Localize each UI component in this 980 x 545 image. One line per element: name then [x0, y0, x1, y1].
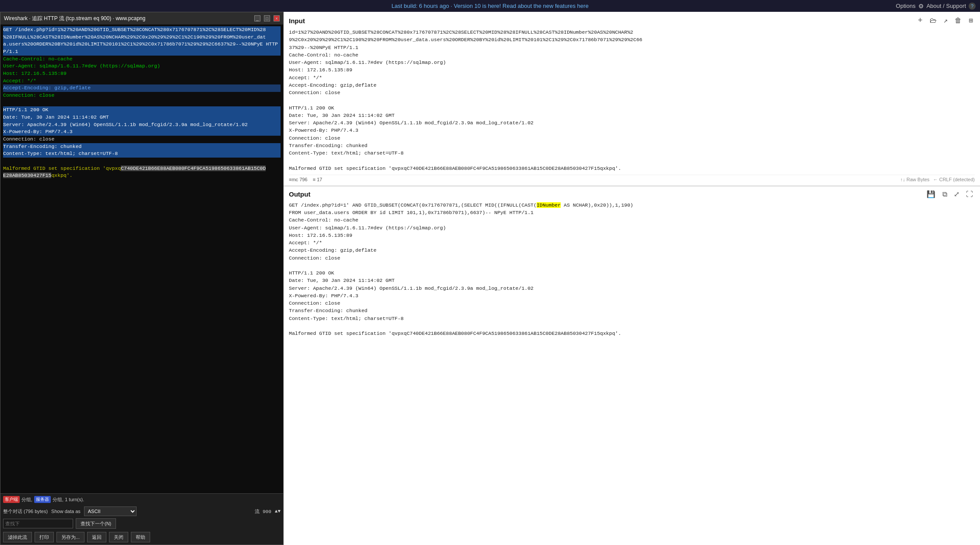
output-line: HTTP/1.1 200 OK	[289, 269, 975, 277]
output-line: FROM user_data.users ORDER BY id LIMIT 1…	[289, 209, 975, 216]
input-line: id=1%27%20AND%20GTID_SUBSET%28CONCAT%280…	[289, 28, 975, 36]
output-line: Accept: */*	[289, 239, 975, 246]
add-icon[interactable]: +	[916, 15, 924, 26]
top-banner-right: Options ⚙ About / Support ?	[896, 3, 976, 10]
folder-icon[interactable]: 🗁	[928, 16, 938, 26]
packet-line: Connection: close	[3, 136, 281, 143]
input-line: Accept: */*	[289, 74, 975, 81]
back-button[interactable]: 返回	[87, 532, 106, 542]
packet-line: GET /index.php?id=1%27%20AND%20GTID_SUBS…	[3, 26, 281, 34]
stream-number-label: 流 900	[255, 508, 271, 515]
packet-line: Accept: */*	[3, 77, 281, 85]
print-button[interactable]: 打印	[35, 532, 54, 542]
maximize-button[interactable]: □	[264, 15, 270, 21]
input-line: Host: 172.16.5.135:89	[289, 66, 975, 74]
packet-line: a.users%20ORDER%20BY%20id%20LIMIT%20101%…	[3, 41, 281, 48]
stream-info-row: 客户端 分组, 服务器 分组, 1 turn(s).	[0, 494, 283, 505]
input-footer-left: ≡mc 796 ≡ 17	[289, 177, 322, 182]
packet-line: User-Agent: sqlmap/1.6.11.7#dev (https:/…	[3, 63, 281, 70]
stream-arrow: ▲▼	[275, 509, 281, 514]
packet-line: X-Powered-By: PHP/7.4.3	[3, 128, 281, 136]
input-line-malformed: Malformed GTID set specification 'qvpxqC…	[289, 165, 975, 172]
packet-line: P/1.1	[3, 48, 281, 56]
input-footer: ≡mc 796 ≡ 17 ↑↓ Raw Bytes ← CRLF (detect…	[289, 175, 975, 182]
packet-line: Content-Type: text/html; charset=UTF-8	[3, 150, 281, 158]
input-line: Accept-Encoding: gzip,deflate	[289, 81, 975, 89]
top-banner: Last build: 6 hours ago · Version 10 is …	[0, 0, 980, 12]
wireshark-panel: Wireshark · 追踪 HTTP 流 (tcp.stream eq 900…	[0, 12, 284, 545]
raw-bytes-label[interactable]: ↑↓ Raw Bytes	[900, 177, 930, 182]
output-line: Host: 172.16.5.135:89	[289, 232, 975, 239]
packet-line-malformed2: E28AB85030427F15qxkpq'.	[3, 172, 281, 179]
trash-icon[interactable]: 🗑	[953, 16, 963, 26]
search-row: 查找下一个(N)	[0, 517, 283, 530]
stream-separator: 分组,	[21, 496, 32, 503]
line-count: ≡ 17	[313, 177, 323, 182]
conversation-size: 整个对话 (796 bytes)	[3, 508, 48, 515]
packet-line: %28IFNULL%28CAST%28IDNumber%20AS%20NCHAR…	[3, 34, 281, 41]
left-bottom: 客户端 分组, 服务器 分组, 1 turn(s). 整个对话 (796 byt…	[0, 493, 283, 545]
search-input[interactable]	[3, 519, 73, 528]
wireshark-titlebar: Wireshark · 追踪 HTTP 流 (tcp.stream eq 900…	[0, 12, 283, 25]
close-button-ws[interactable]: 关闭	[109, 532, 128, 542]
input-line: X-Powered-By: PHP/7.4.3	[289, 127, 975, 134]
filter-stream-button[interactable]: 滤掉此流	[3, 532, 32, 542]
find-next-button[interactable]: 查找下一个(N)	[76, 518, 116, 529]
packet-line: Date: Tue, 30 Jan 2024 11:14:02 GMT	[3, 114, 281, 121]
close-button[interactable]: ×	[274, 15, 280, 21]
bottom-buttons: 滤掉此流 打印 另存为... 返回 关闭 帮助	[0, 530, 283, 545]
input-line: Date: Tue, 30 Jan 2024 11:14:02 GMT	[289, 112, 975, 119]
output-line: Cache-Control: no-cache	[289, 216, 975, 224]
about-support-label[interactable]: About / Support	[927, 3, 966, 9]
output-line: Transfer-Encoding: chunked	[289, 307, 975, 314]
main-layout: Wireshark · 追踪 HTTP 流 (tcp.stream eq 900…	[0, 12, 980, 545]
input-line: Connection: close	[289, 89, 975, 96]
output-line: Connection: close	[289, 254, 975, 262]
output-line: Server: Apache/2.4.39 (Win64) OpenSSL/1.…	[289, 285, 975, 292]
output-line: GET /index.php?id=1' AND GTID_SUBSET(CON…	[289, 201, 975, 209]
show-data-select[interactable]: ASCII Hex Dump C Arrays Raw YAML	[84, 506, 137, 516]
client-badge: 客户端	[3, 496, 20, 503]
grid-icon[interactable]: ⊞	[967, 15, 975, 26]
input-line: HTTP/1.1 200 OK	[289, 104, 975, 112]
fullscreen-output-icon[interactable]: ⛶	[964, 190, 975, 200]
output-line	[289, 322, 975, 330]
turns-text: 分组, 1 turn(s).	[53, 496, 84, 503]
show-data-label: Show data as	[51, 509, 81, 514]
crlf-label: ← CRLF (detected)	[933, 177, 975, 182]
input-line: Cache-Control: no-cache	[289, 51, 975, 59]
expand-output-icon[interactable]: ⤢	[952, 190, 961, 200]
output-section[interactable]: Output 💾 ⧉ ⤢ ⛶ GET /index.php?id=1' AND …	[284, 186, 980, 545]
output-line: Accept-Encoding: gzip,deflate	[289, 246, 975, 254]
packet-content[interactable]: GET /index.php?id=1%27%20AND%20GTID_SUBS…	[0, 25, 283, 493]
input-line	[289, 157, 975, 164]
input-footer-right: ↑↓ Raw Bytes ← CRLF (detected)	[900, 177, 975, 182]
packet-line: Connection: close	[3, 92, 281, 99]
input-line: Transfer-Encoding: chunked	[289, 142, 975, 149]
server-badge: 服务器	[34, 496, 51, 503]
output-line: X-Powered-By: PHP/7.4.3	[289, 292, 975, 299]
data-row: 整个对话 (796 bytes) Show data as ASCII Hex …	[0, 505, 283, 517]
byte-count: ≡mc 796	[289, 177, 308, 182]
save-output-icon[interactable]: 💾	[925, 190, 937, 200]
arrow-icon[interactable]: ↗	[942, 15, 950, 26]
gear-icon: ⚙	[918, 3, 924, 10]
help-icon: ?	[969, 3, 976, 10]
input-line	[289, 96, 975, 104]
input-line: 37%29--%20NPyE HTTP/1.1	[289, 44, 975, 51]
input-line: Content-Type: text/html; charset=UTF-8	[289, 149, 975, 157]
minimize-button[interactable]: _	[254, 15, 260, 21]
packet-line: HTTP/1.1 200 OK	[3, 106, 281, 114]
save-as-button[interactable]: 另存为...	[56, 532, 84, 542]
copy-output-icon[interactable]: ⧉	[941, 190, 949, 200]
input-section: Input + 🗁 ↗ 🗑 ⊞ id=1%27%20AND%20GTID_SUB…	[284, 12, 980, 186]
output-line: User-Agent: sqlmap/1.6.11.7#dev (https:/…	[289, 224, 975, 232]
options-label[interactable]: Options	[896, 3, 916, 9]
help-button[interactable]: 帮助	[131, 532, 150, 542]
titlebar-controls: _ □ ×	[254, 15, 280, 21]
banner-text: Last build: 6 hours ago · Version 10 is …	[391, 3, 588, 9]
output-line: Content-Type: text/html; charset=UTF-8	[289, 315, 975, 322]
input-line: Server: Apache/2.4.39 (Win64) OpenSSL/1.…	[289, 119, 975, 127]
packet-line: Host: 172.16.5.135:89	[3, 70, 281, 77]
input-line: User-Agent: sqlmap/1.6.11.7#dev (https:/…	[289, 59, 975, 66]
